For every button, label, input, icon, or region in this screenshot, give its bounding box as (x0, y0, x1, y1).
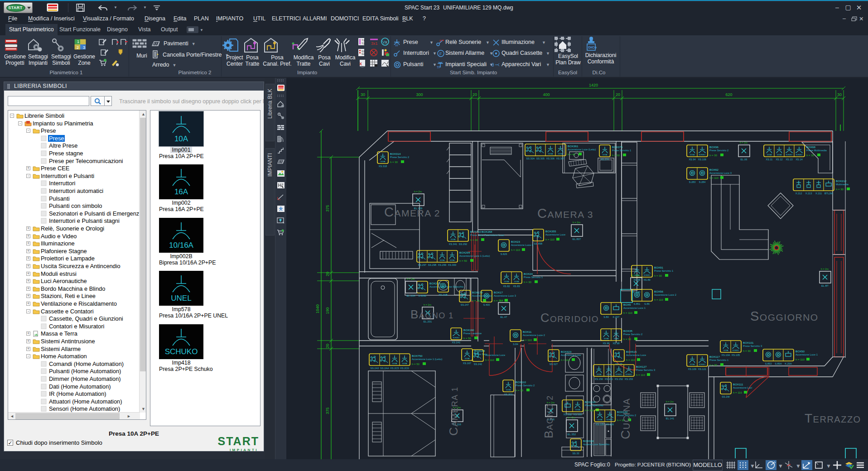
svg-text:10/16A: 10/16A (777, 154, 782, 156)
svg-text:S.86: S.86 (644, 303, 650, 305)
svg-text:h = 2m: h = 2m (568, 416, 575, 419)
svg-text:Prese Multimedia: Prese Multimedia (806, 149, 827, 152)
svg-text:BOX62: BOX62 (709, 168, 719, 171)
svg-text:10/16A: 10/16A (614, 338, 619, 340)
svg-text:XS.98: XS.98 (612, 342, 619, 345)
svg-text:BOX91: BOX91 (654, 266, 664, 269)
svg-text:EL.352: EL.352 (568, 433, 576, 436)
svg-text:BOX117: BOX117 (709, 355, 720, 358)
svg-text:SCHUKO: SCHUKO (699, 154, 706, 156)
svg-text:Prese Servizio 1: Prese Servizio 1 (524, 276, 543, 279)
svg-text:h = 110: h = 110 (523, 339, 532, 341)
svg-text:XS.318: XS.318 (379, 165, 387, 168)
svg-text:BOX50: BOX50 (796, 350, 805, 353)
svg-text:10/16A: 10/16A (558, 153, 563, 155)
svg-text:h = 110: h = 110 (545, 238, 555, 241)
svg-text:EL.06: EL.06 (740, 158, 747, 161)
svg-text:h = 110: h = 110 (472, 299, 481, 302)
svg-text:K.25A: K.25A (785, 362, 792, 365)
svg-text:SS.2AA: SS.2AA (380, 367, 389, 370)
svg-text:BOX127: BOX127 (636, 365, 647, 368)
svg-text:F: F (439, 52, 442, 56)
svg-text:BOX111: BOX111 (733, 383, 743, 386)
svg-text:10/16A: 10/16A (607, 374, 612, 375)
svg-text:Accensione Luce: Accensione Luce (561, 354, 581, 356)
svg-text:20: 20 (473, 92, 477, 97)
svg-text:SCHUKO: SCHUKO (616, 374, 622, 375)
svg-text:Accensione Luce: Accensione Luce (545, 233, 565, 236)
svg-text:10/16A: 10/16A (575, 409, 580, 411)
svg-text:2: 2 (77, 45, 79, 50)
svg-text:BOX375: BOX375 (612, 145, 623, 149)
svg-text:h = 30: h = 30 (654, 274, 662, 277)
svg-text:10/16A: 10/16A (169, 241, 194, 250)
svg-text:Accensione Luce 1: Accensione Luce 1 (796, 353, 818, 356)
svg-text:h = 110: h = 110 (561, 359, 570, 361)
svg-text:h = 30: h = 30 (806, 154, 815, 157)
svg-text:10/16A: 10/16A (598, 419, 603, 421)
svg-text:30: 30 (837, 92, 842, 97)
svg-text:20: 20 (325, 272, 330, 276)
svg-text:BOX2C9: BOX2C9 (429, 282, 441, 285)
svg-text:Prese Servizio 3: Prese Servizio 3 (743, 345, 762, 347)
svg-text:h = 30: h = 30 (612, 154, 620, 157)
svg-text:XS.150: XS.150 (595, 378, 603, 380)
svg-text:3x1: 3x1 (371, 41, 378, 46)
svg-text:h = 30: h = 30 (516, 389, 524, 392)
svg-text:BOX23: BOX23 (511, 240, 521, 243)
svg-text:Accensione Luci: Accensione Luci (733, 386, 752, 389)
svg-text:h = 2m: h = 2m (573, 221, 580, 224)
svg-text:SCHUKO: SCHUKO (733, 350, 739, 351)
svg-text:BOX101: BOX101 (743, 341, 754, 344)
svg-text:10/16A: 10/16A (604, 338, 609, 340)
svg-text:10/16A: 10/16A (690, 364, 695, 365)
svg-text:375: 375 (325, 407, 330, 414)
svg-text:XS.2C5: XS.2C5 (390, 367, 399, 370)
svg-text:XS.306: XS.306 (546, 157, 555, 160)
svg-text:XS.12: XS.12 (776, 158, 782, 161)
svg-text:30: 30 (361, 92, 365, 97)
svg-text:3: 3 (83, 45, 85, 50)
svg-text:BOX330: BOX330 (583, 439, 594, 442)
svg-text:EL.201: EL.201 (424, 320, 432, 323)
svg-text:Prese Servizio 2: Prese Servizio 2 (390, 156, 409, 159)
svg-text:XS.341: XS.341 (449, 243, 457, 245)
svg-text:X.211: X.211 (815, 192, 822, 195)
svg-text:Accens.Luce Prese Specchio: Accens.Luce Prese Specchio (429, 285, 463, 288)
svg-text:10/16A: 10/16A (597, 374, 602, 375)
svg-text:Accensione Luce 1 (Letto): Accensione Luce 1 (Letto) (412, 358, 442, 360)
svg-text:XS.125: XS.125 (596, 423, 604, 426)
svg-text:BOX310 BOX268: BOX310 BOX268 (470, 230, 492, 233)
svg-text:BOX361: BOX361 (568, 144, 579, 148)
svg-text:10: 10 (395, 44, 398, 47)
svg-text:XS.332: XS.332 (564, 413, 572, 416)
svg-text:Prese Servizio 2: Prese Servizio 2 (709, 149, 728, 152)
svg-text:θ: θ (492, 62, 494, 67)
svg-text:SCHUKO: SCHUKO (796, 154, 803, 156)
svg-text:h = 110: h = 110 (733, 391, 742, 394)
svg-text:SS.305: SS.305 (536, 157, 545, 160)
svg-text:400: 400 (543, 92, 550, 97)
svg-text:Prese Servizio 2: Prese Servizio 2 (516, 384, 535, 387)
svg-text:10/16A: 10/16A (402, 363, 407, 365)
svg-text:XS.2AB: XS.2AB (439, 293, 448, 296)
svg-text:SCHUKO: SCHUKO (626, 374, 632, 375)
svg-text:XS.14: XS.14 (796, 158, 802, 161)
svg-text:SCHUKO: SCHUKO (699, 364, 706, 365)
svg-text:1: 1 (77, 39, 79, 44)
svg-text:TP: TP (437, 66, 441, 69)
svg-text:XS.152: XS.152 (615, 378, 623, 380)
svg-text:Multimedia: Multimedia (836, 183, 849, 186)
svg-text:10/16A: 10/16A (450, 260, 455, 261)
svg-text:SCHUKO: SCHUKO (165, 347, 198, 356)
svg-text:BOX17: BOX17 (494, 291, 503, 294)
svg-text:SS.33: SS.33 (572, 452, 579, 455)
svg-text:h = 2m: h = 2m (414, 190, 422, 193)
svg-text:XS.2A1: XS.2A1 (452, 341, 461, 344)
svg-text:XS.121: XS.121 (698, 368, 706, 370)
svg-text:Prese Servizio 1: Prese Servizio 1 (612, 149, 631, 152)
svg-text:h = 30: h = 30 (709, 154, 718, 157)
svg-text:SS.247: SS.247 (461, 303, 469, 306)
svg-text:BOX110: BOX110 (516, 380, 526, 384)
svg-text:BOX314: BOX314 (390, 152, 401, 155)
